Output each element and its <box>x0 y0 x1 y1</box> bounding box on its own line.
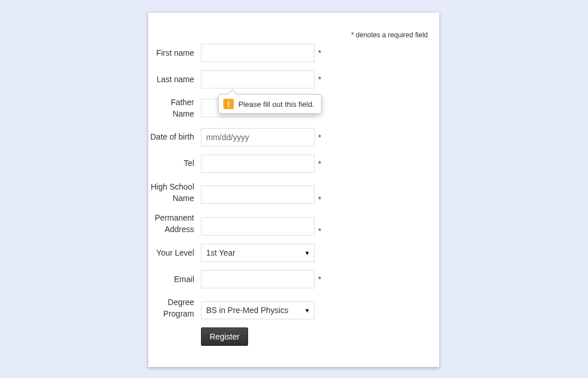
last-name-input[interactable] <box>201 70 315 88</box>
row-degree: Degree Program BS in Pre-Med Physics ▼ <box>148 296 428 320</box>
row-submit: . Register <box>148 327 428 346</box>
row-tel: Tel * <box>148 155 428 173</box>
required-asterisk: * <box>315 226 323 236</box>
required-asterisk: * <box>315 48 323 57</box>
required-asterisk: * <box>315 159 323 168</box>
email-input[interactable] <box>201 270 315 288</box>
label-highschool: High School Name <box>148 181 201 205</box>
label-father-name: Father Name <box>148 97 201 120</box>
label-address: Permanent Address <box>148 212 201 236</box>
label-first-name: First name <box>148 47 201 59</box>
label-level: Your Level <box>148 247 201 259</box>
label-dob: Date of birth <box>148 131 201 142</box>
first-name-input[interactable] <box>201 44 315 62</box>
form-card: * denotes a required field First name * … <box>148 13 439 367</box>
required-field-note: * denotes a required field <box>351 31 428 39</box>
required-asterisk: * <box>315 195 323 204</box>
row-level: Your Level 1st Year ▼ <box>148 244 428 262</box>
address-input[interactable] <box>201 217 315 236</box>
required-asterisk: * <box>315 75 323 84</box>
row-highschool: High School Name * <box>148 181 428 205</box>
label-email: Email <box>148 273 201 285</box>
row-address: Permanent Address * <box>148 212 428 236</box>
label-degree: Degree Program <box>148 296 201 320</box>
register-button[interactable]: Register <box>201 327 248 346</box>
required-asterisk: * <box>315 275 323 284</box>
required-asterisk: * <box>315 133 323 142</box>
degree-select[interactable]: BS in Pre-Med Physics <box>201 301 315 319</box>
row-last-name: Last name * <box>148 70 428 88</box>
tooltip-text: Please fill out this field. <box>238 100 314 109</box>
row-email: Email * <box>148 270 428 288</box>
highschool-input[interactable] <box>201 186 315 204</box>
row-dob: Date of birth * <box>148 128 428 146</box>
warning-icon: ! <box>223 99 234 109</box>
label-last-name: Last name <box>148 74 201 85</box>
label-tel: Tel <box>148 157 201 169</box>
dob-input[interactable] <box>201 128 315 146</box>
level-select[interactable]: 1st Year <box>201 244 315 262</box>
tel-input[interactable] <box>201 155 315 173</box>
registration-form: First name * Last name * Father Name Dat… <box>148 44 439 354</box>
row-first-name: First name * <box>148 44 428 62</box>
validation-tooltip: ! Please fill out this field. <box>218 94 322 114</box>
tooltip-arrow <box>228 90 238 99</box>
